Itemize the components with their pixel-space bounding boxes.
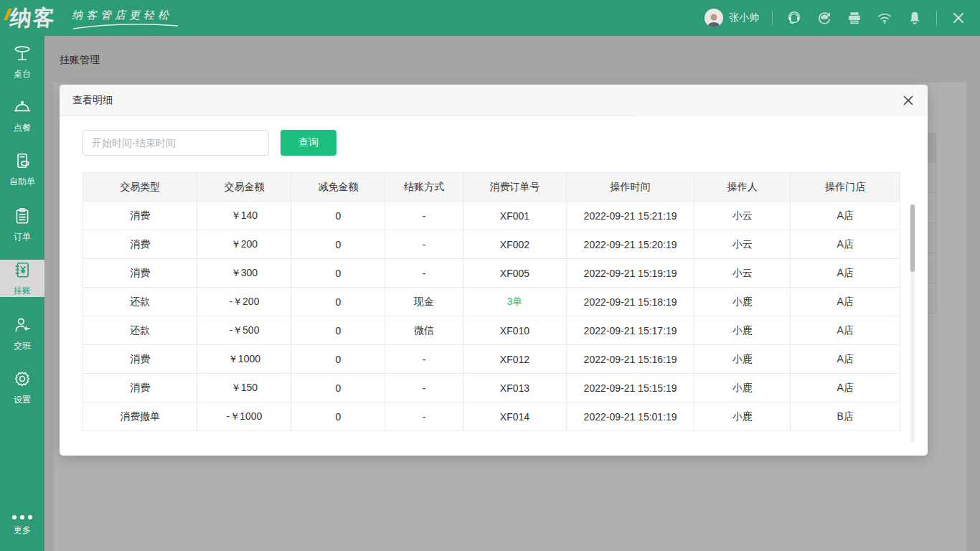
table-cell: A店 bbox=[791, 345, 900, 374]
customer-service-icon[interactable] bbox=[786, 9, 803, 27]
user-account[interactable]: 张小帅 bbox=[705, 9, 759, 27]
column-header: 减免金额 bbox=[291, 173, 385, 202]
sidebar-item-more[interactable]: 更多 bbox=[0, 515, 44, 537]
slogan-underline bbox=[72, 23, 179, 30]
clipboard-icon bbox=[13, 207, 32, 228]
table-cell: 现金 bbox=[385, 288, 463, 316]
topbar: 纳客 纳客管店更轻松 张小帅 bbox=[0, 0, 980, 36]
order-count-link[interactable]: 3单 bbox=[507, 296, 523, 307]
table-row: 还款-￥5000微信XF0102022-09-21 15:17:19小鹿A店 bbox=[83, 316, 900, 345]
table-cell: A店 bbox=[791, 288, 900, 316]
table-cell: - bbox=[385, 345, 463, 374]
table-cell: XF013 bbox=[463, 374, 567, 402]
column-header: 消费订单号 bbox=[463, 173, 567, 202]
sidebar-item-orders[interactable]: 订单 bbox=[0, 206, 44, 243]
detail-table: 交易类型交易金额减免金额结账方式消费订单号操作时间操作人操作门店 消费￥1400… bbox=[83, 172, 900, 431]
detail-table-body: 消费￥1400-XF0012022-09-21 15:21:19小云A店消费￥2… bbox=[83, 202, 900, 431]
table-cell: 微信 bbox=[385, 316, 463, 345]
more-dots-icon bbox=[0, 515, 44, 519]
table-row: 还款-￥2000现金3单2022-09-21 15:18:19小鹿A店 bbox=[83, 288, 900, 316]
table-cell: 2022-09-21 15:18:19 bbox=[567, 288, 694, 316]
sidebar-item-credit[interactable]: 挂账 bbox=[0, 260, 44, 297]
table-cell: XF014 bbox=[463, 402, 567, 431]
table-cell: 消费撤单 bbox=[83, 402, 197, 431]
wifi-icon[interactable] bbox=[876, 9, 893, 27]
table-cell: 2022-09-21 15:17:19 bbox=[567, 316, 694, 345]
table-icon bbox=[13, 44, 32, 65]
sidebar-item-label: 自助单 bbox=[9, 176, 35, 188]
table-cell: 小鹿 bbox=[694, 316, 790, 345]
table-cell: 消费 bbox=[83, 345, 197, 374]
sidebar-item-ordering[interactable]: 点餐 bbox=[0, 97, 44, 134]
table-cell: 小云 bbox=[694, 202, 790, 230]
brand-slogan: 纳客管店更轻松 bbox=[72, 9, 179, 30]
table-cell: 小鹿 bbox=[694, 402, 790, 431]
modal-header: 查看明细 bbox=[60, 85, 928, 116]
printer-icon[interactable] bbox=[846, 9, 863, 27]
modal-title: 查看明细 bbox=[72, 94, 113, 107]
table-cell: 3单 bbox=[463, 288, 567, 316]
table-cell: 消费 bbox=[83, 259, 197, 288]
modal-scrollbar-thumb[interactable] bbox=[910, 204, 915, 272]
table-cell: 2022-09-21 15:21:19 bbox=[567, 202, 694, 230]
column-header: 操作门店 bbox=[791, 173, 900, 202]
sidebar-item-shift[interactable]: 交班 bbox=[0, 315, 44, 352]
table-cell: 小鹿 bbox=[694, 345, 790, 374]
sidebar: 桌台 点餐 自助单 bbox=[0, 36, 44, 551]
table-cell: 小鹿 bbox=[694, 374, 790, 402]
bell-icon[interactable] bbox=[906, 9, 923, 27]
table-cell: 小云 bbox=[694, 230, 790, 259]
table-cell: 2022-09-21 15:15:19 bbox=[567, 374, 694, 402]
modal-close-icon[interactable] bbox=[902, 94, 915, 107]
shift-person-icon bbox=[13, 316, 32, 337]
sidebar-item-self-order[interactable]: 自助单 bbox=[0, 151, 44, 188]
column-header: 交易金额 bbox=[197, 173, 291, 202]
brand-logo: 纳客 纳客管店更轻松 bbox=[10, 6, 179, 30]
table-cell: - bbox=[385, 402, 463, 431]
table-row: 消费￥1500-XF0132022-09-21 15:15:19小鹿A店 bbox=[83, 374, 900, 402]
table-cell: -￥500 bbox=[197, 316, 291, 345]
sidebar-item-label: 挂账 bbox=[14, 285, 31, 297]
modal-scrollbar-track[interactable] bbox=[910, 204, 915, 443]
sidebar-item-label: 交班 bbox=[14, 340, 31, 352]
avatar bbox=[705, 9, 723, 27]
sidebar-item-tables[interactable]: 桌台 bbox=[0, 43, 44, 80]
column-header: 操作人 bbox=[694, 173, 790, 202]
date-range-input[interactable] bbox=[83, 130, 269, 156]
cloche-icon bbox=[13, 98, 32, 119]
table-cell: 2022-09-21 15:16:19 bbox=[567, 345, 694, 374]
table-cell: ￥200 bbox=[197, 230, 291, 259]
table-cell: - bbox=[385, 374, 463, 402]
table-cell: -￥200 bbox=[197, 288, 291, 316]
table-cell: ￥300 bbox=[197, 259, 291, 288]
table-cell: - bbox=[385, 230, 463, 259]
table-cell: B店 bbox=[791, 402, 900, 431]
column-header: 操作时间 bbox=[567, 173, 694, 202]
gear-icon bbox=[13, 369, 32, 391]
ledger-yen-icon bbox=[13, 260, 32, 282]
table-cell: 2022-09-21 15:01:19 bbox=[567, 402, 694, 431]
close-icon[interactable] bbox=[950, 9, 967, 27]
sidebar-item-label: 设置 bbox=[14, 394, 31, 406]
table-cell: XF002 bbox=[463, 230, 567, 259]
table-cell: XF005 bbox=[463, 259, 567, 288]
sidebar-item-settings[interactable]: 设置 bbox=[0, 369, 44, 406]
table-cell: A店 bbox=[791, 202, 900, 230]
table-row: 消费￥10000-XF0122022-09-21 15:16:19小鹿A店 bbox=[83, 345, 900, 374]
filter-bar: 查询 bbox=[83, 130, 336, 156]
sidebar-item-label: 点餐 bbox=[14, 122, 31, 134]
cloud-sync-icon[interactable] bbox=[816, 9, 833, 27]
table-cell: 2022-09-21 15:20:19 bbox=[567, 230, 694, 259]
sidebar-more-label: 更多 bbox=[14, 525, 31, 535]
table-cell: A店 bbox=[791, 259, 900, 288]
search-button[interactable]: 查询 bbox=[281, 130, 336, 156]
table-cell: - bbox=[385, 259, 463, 288]
table-cell: 小鹿 bbox=[694, 288, 790, 316]
table-cell: 0 bbox=[291, 288, 385, 316]
sidebar-item-label: 桌台 bbox=[14, 68, 31, 80]
table-cell: A店 bbox=[791, 230, 900, 259]
table-cell: 0 bbox=[291, 230, 385, 259]
table-row: 消费撤单-￥10000-XF0142022-09-21 15:01:19小鹿B店 bbox=[83, 402, 900, 431]
table-cell: 0 bbox=[291, 316, 385, 345]
detail-modal: 查看明细 查询 交易类型交易金额减免金额结账方式消费订单号操作时间操作人操作门店… bbox=[60, 85, 928, 456]
